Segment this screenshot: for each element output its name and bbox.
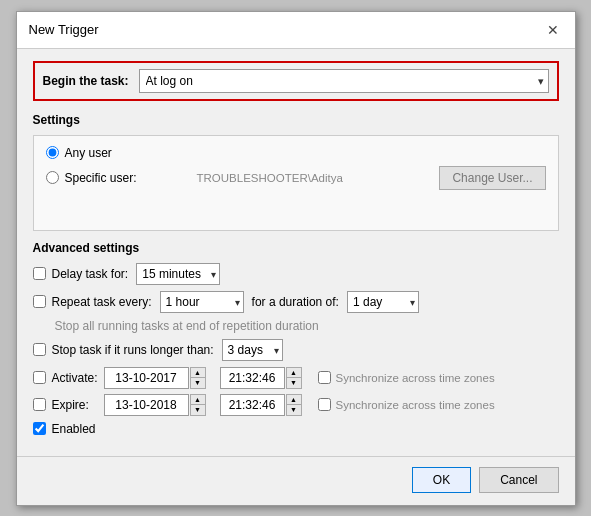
button-row: OK Cancel (17, 456, 575, 505)
repeat-task-select-wrapper: 1 hour 5 minutes 30 minutes (160, 291, 244, 313)
stop-all-row: Stop all running tasks at end of repetit… (33, 319, 559, 333)
expire-time-down[interactable]: ▼ (286, 404, 302, 416)
expire-sync-row: Synchronize across time zones (318, 398, 495, 411)
advanced-section: Advanced settings Delay task for: 15 min… (33, 241, 559, 436)
expire-checkbox[interactable] (33, 398, 46, 411)
repeat-task-select[interactable]: 1 hour 5 minutes 30 minutes (160, 291, 244, 313)
enabled-checkbox[interactable] (33, 422, 46, 435)
expire-label: Expire: (52, 398, 104, 412)
stop-task-label: Stop task if it runs longer than: (52, 343, 214, 357)
stop-task-checkbox[interactable] (33, 343, 46, 356)
activate-label: Activate: (52, 371, 104, 385)
expire-time-spinner[interactable]: ▲ ▼ (286, 394, 302, 416)
change-user-button[interactable]: Change User... (439, 166, 545, 190)
any-user-row: Any user (46, 146, 546, 160)
activate-time-input[interactable] (220, 367, 285, 389)
repeat-task-row: Repeat task every: 1 hour 5 minutes 30 m… (33, 291, 559, 313)
stop-task-row: Stop task if it runs longer than: 3 days… (33, 339, 559, 361)
activate-date-spinner[interactable]: ▲ ▼ (190, 367, 206, 389)
new-trigger-dialog: New Trigger ✕ Begin the task: At log on … (16, 11, 576, 506)
delay-task-select-wrapper: 15 minutes 30 minutes 1 hour (136, 263, 220, 285)
begin-task-select-wrapper: At log on On a schedule At startup (139, 69, 549, 93)
repeat-task-label: Repeat task every: (52, 295, 152, 309)
specific-user-label: Specific user: (65, 171, 137, 185)
activate-sync-row: Synchronize across time zones (318, 371, 495, 384)
user-name-text: TROUBLESHOOTER\Aditya (197, 172, 440, 184)
any-user-label: Any user (65, 146, 112, 160)
title-bar: New Trigger ✕ (17, 12, 575, 49)
close-button[interactable]: ✕ (543, 20, 563, 40)
activate-date-up[interactable]: ▲ (190, 367, 206, 378)
duration-select[interactable]: 1 day 1 hour 12 hours 3 days (347, 291, 419, 313)
activate-row: Activate: ▲ ▼ ▲ ▼ Sy (33, 367, 559, 389)
expire-time-up[interactable]: ▲ (286, 394, 302, 405)
dialog-body: Begin the task: At log on On a schedule … (17, 49, 575, 448)
enabled-label: Enabled (52, 422, 96, 436)
repeat-task-checkbox[interactable] (33, 295, 46, 308)
begin-task-row: Begin the task: At log on On a schedule … (33, 61, 559, 101)
enabled-row: Enabled (33, 422, 559, 436)
expire-date-input[interactable] (104, 394, 189, 416)
expire-date-spinner[interactable]: ▲ ▼ (190, 394, 206, 416)
begin-task-select[interactable]: At log on On a schedule At startup (139, 69, 549, 93)
stop-task-select[interactable]: 3 days 1 hour 1 day (222, 339, 283, 361)
expire-date-up[interactable]: ▲ (190, 394, 206, 405)
activate-date-down[interactable]: ▼ (190, 377, 206, 389)
expire-date-group: ▲ ▼ (104, 394, 206, 416)
delay-task-checkbox[interactable] (33, 267, 46, 280)
expire-sync-checkbox[interactable] (318, 398, 331, 411)
activate-time-group: ▲ ▼ (212, 367, 302, 389)
cancel-button[interactable]: Cancel (479, 467, 558, 493)
specific-user-row: Specific user: TROUBLESHOOTER\Aditya Cha… (46, 166, 546, 190)
activate-sync-label: Synchronize across time zones (336, 372, 495, 384)
activate-date-input[interactable] (104, 367, 189, 389)
activate-checkbox[interactable] (33, 371, 46, 384)
activate-sync-checkbox[interactable] (318, 371, 331, 384)
settings-box: Any user Specific user: TROUBLESHOOTER\A… (33, 135, 559, 231)
expire-sync-label: Synchronize across time zones (336, 399, 495, 411)
duration-prefix: for a duration of: (252, 295, 339, 309)
expire-time-group: ▲ ▼ (212, 394, 302, 416)
delay-task-select[interactable]: 15 minutes 30 minutes 1 hour (136, 263, 220, 285)
expire-row: Expire: ▲ ▼ ▲ ▼ Sync (33, 394, 559, 416)
activate-date-group: ▲ ▼ (104, 367, 206, 389)
duration-select-wrapper: 1 day 1 hour 12 hours 3 days (347, 291, 419, 313)
delay-task-label: Delay task for: (52, 267, 129, 281)
specific-user-radio[interactable] (46, 171, 59, 184)
begin-task-label: Begin the task: (43, 74, 129, 88)
ok-button[interactable]: OK (412, 467, 471, 493)
stop-task-select-wrapper: 3 days 1 hour 1 day (222, 339, 283, 361)
settings-section-label: Settings (33, 113, 559, 127)
dialog-title: New Trigger (29, 22, 99, 37)
activate-time-down[interactable]: ▼ (286, 377, 302, 389)
advanced-section-label: Advanced settings (33, 241, 559, 255)
delay-task-row: Delay task for: 15 minutes 30 minutes 1 … (33, 263, 559, 285)
expire-date-down[interactable]: ▼ (190, 404, 206, 416)
settings-spacer (46, 190, 546, 220)
stop-all-label: Stop all running tasks at end of repetit… (55, 319, 319, 333)
activate-time-up[interactable]: ▲ (286, 367, 302, 378)
expire-time-input[interactable] (220, 394, 285, 416)
activate-time-spinner[interactable]: ▲ ▼ (286, 367, 302, 389)
any-user-radio[interactable] (46, 146, 59, 159)
